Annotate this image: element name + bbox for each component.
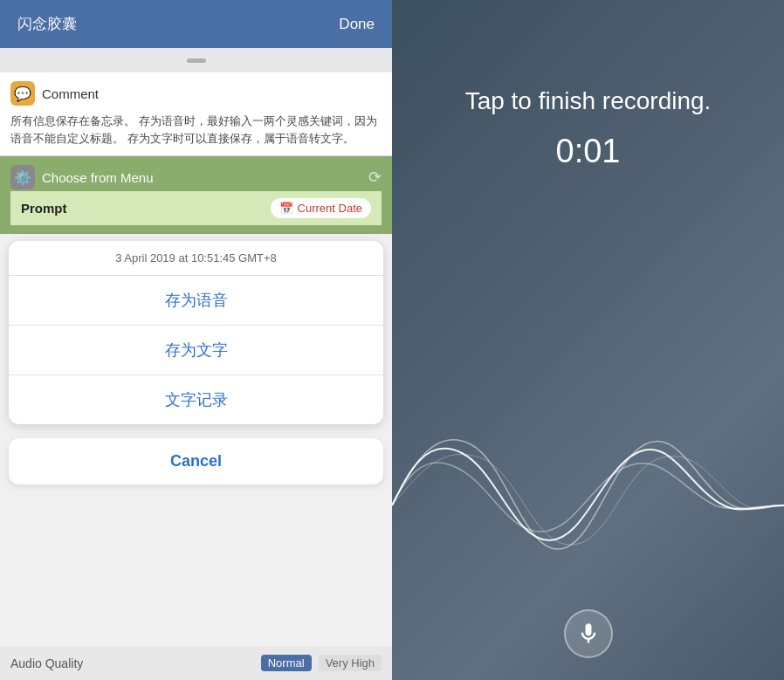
prompt-label: Prompt [21, 201, 67, 216]
waveform-container [392, 418, 784, 593]
green-block-header: ⚙️ Choose from Menu ⟳ [10, 165, 382, 189]
scroll-indicator [0, 48, 392, 72]
timer-display: 0:01 [556, 133, 621, 170]
comment-icon: 💬 [10, 81, 35, 106]
comment-text: 所有信息保存在备忘录。 存为语音时，最好输入一两个灵感关键词，因为语音不能自定义… [10, 113, 382, 147]
green-block: ⚙️ Choose from Menu ⟳ Prompt 📅 Current D… [0, 156, 392, 234]
left-panel: 闪念胶囊 Done 💬 Comment 所有信息保存在备忘录。 存为语音时，最好… [0, 0, 392, 680]
current-date-text: Current Date [298, 202, 362, 215]
scroll-dot [187, 58, 206, 63]
tap-to-finish-text[interactable]: Tap to finish recording. [465, 87, 712, 115]
cancel-btn-container: Cancel [9, 438, 383, 484]
top-bar: 闪念胶囊 Done [0, 0, 392, 48]
done-button[interactable]: Done [339, 16, 375, 33]
waveform-svg [392, 418, 784, 593]
mic-icon [576, 622, 601, 646]
comment-block: 💬 Comment 所有信息保存在备忘录。 存为语音时，最好输入一两个灵感关键词… [0, 72, 392, 156]
choose-menu-label: Choose from Menu [42, 170, 154, 185]
comment-header: 💬 Comment [10, 81, 382, 106]
spinner-icon: ⟳ [368, 168, 382, 187]
audio-quality-options: Normal Very High [261, 655, 382, 671]
calendar-icon: 📅 [279, 202, 293, 215]
action-sheet: 3 April 2019 at 10:51:45 GMT+8 存为语音 存为文字… [9, 241, 383, 424]
comment-label: Comment [42, 86, 99, 101]
audio-quality-label: Audio Quality [10, 656, 83, 670]
action-sheet-option-3[interactable]: 文字记录 [9, 375, 383, 424]
right-panel: Tap to finish recording. 0:01 [392, 0, 784, 680]
action-sheet-date: 3 April 2019 at 10:51:45 GMT+8 [9, 241, 383, 276]
quality-option-very-high[interactable]: Very High [319, 655, 382, 671]
quality-option-normal[interactable]: Normal [261, 655, 312, 671]
cancel-button[interactable]: Cancel [9, 438, 383, 484]
action-sheet-option-1[interactable]: 存为语音 [9, 276, 383, 326]
gear-icon: ⚙️ [10, 165, 35, 189]
mic-button[interactable] [564, 609, 613, 658]
green-block-left: ⚙️ Choose from Menu [10, 165, 154, 189]
gear-emoji: ⚙️ [14, 169, 31, 186]
action-sheet-option-2[interactable]: 存为文字 [9, 326, 383, 375]
comment-emoji: 💬 [14, 86, 31, 102]
audio-quality-row: Audio Quality Normal Very High [0, 646, 392, 680]
top-bar-title: 闪念胶囊 [17, 14, 77, 34]
current-date-badge[interactable]: 📅 Current Date [271, 198, 371, 218]
prompt-row: Prompt 📅 Current Date [10, 191, 382, 225]
